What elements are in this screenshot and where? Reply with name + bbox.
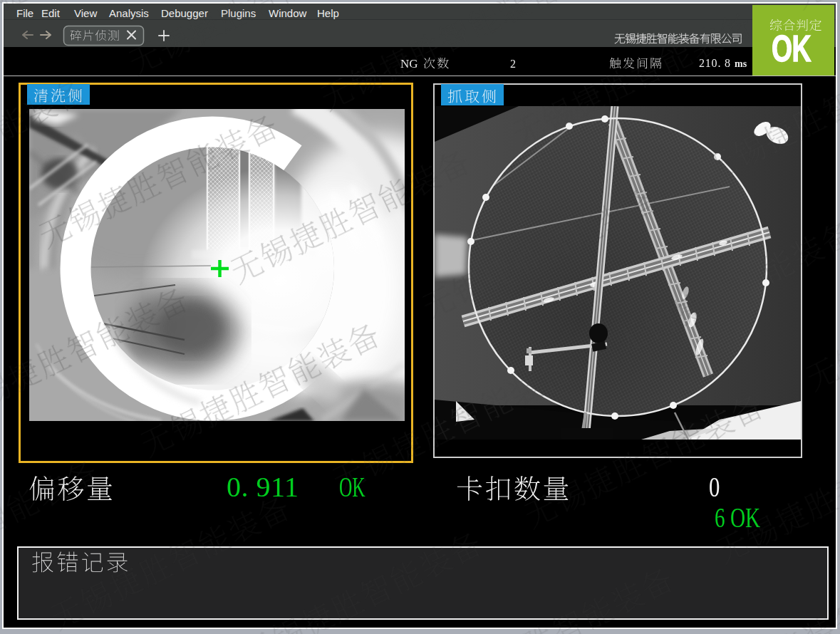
svg-text:NG: NG xyxy=(400,57,418,71)
svg-text:2: 2 xyxy=(510,58,516,70)
svg-text:OK: OK xyxy=(772,28,812,70)
svg-text:6 OK: 6 OK xyxy=(715,502,760,534)
svg-text:OK: OK xyxy=(339,471,365,502)
svg-text:0. 911: 0. 911 xyxy=(227,471,299,503)
svg-text:0: 0 xyxy=(709,471,720,503)
svg-text:ms: ms xyxy=(735,58,747,69)
svg-text:210. 8: 210. 8 xyxy=(699,57,731,69)
